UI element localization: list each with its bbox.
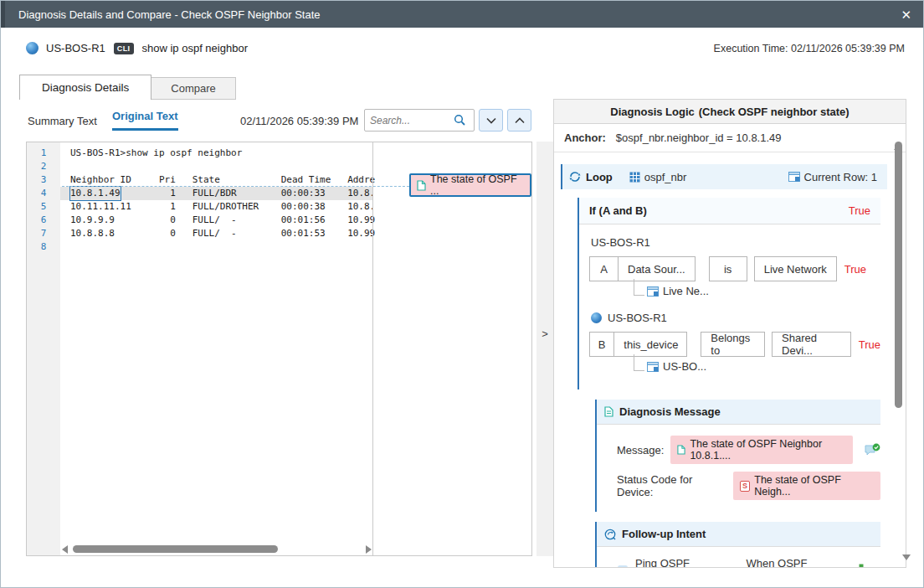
search-input[interactable]	[370, 115, 454, 126]
title-bar: Diagnosis Details and Compare - Check OS…	[1, 1, 923, 28]
current-row-icon	[788, 172, 800, 182]
vertical-scrollbar[interactable]	[894, 130, 903, 560]
diagnosis-annotation-callout[interactable]: The state of OSPF ...	[409, 173, 531, 197]
intent-icon	[617, 565, 629, 568]
condition-operator[interactable]: is	[709, 256, 747, 281]
code-line: 10.8.8.8 0 FULL/ - 00:01:53 10.99	[60, 227, 531, 240]
status-chip-text: The state of OSPF Neigh...	[754, 474, 874, 498]
find-previous-button[interactable]	[507, 109, 531, 132]
map-intent-icon[interactable]	[855, 564, 868, 568]
close-icon[interactable]: ✕	[901, 8, 911, 21]
anchor-label: Anchor:	[564, 132, 606, 144]
follow-up-intent-header: Follow-up Intent	[597, 522, 880, 547]
vertical-scroll-thumb[interactable]	[895, 142, 902, 408]
status-code-chip[interactable]: S The state of OSPF Neigh...	[733, 472, 880, 500]
expand-panel-chevron[interactable]: >	[536, 328, 553, 340]
condition-child-node[interactable]: US-BO...	[634, 357, 880, 376]
diagnosis-message-title: Diagnosis Message	[619, 405, 721, 418]
diagnosis-message-body: Message: The state of OSPF Neighbor 10.8…	[597, 425, 880, 512]
diagnosis-message-header: Diagnosis Message	[597, 400, 880, 425]
condition-device-row: US-BOS-R1	[591, 312, 880, 324]
condition-variable[interactable]: this_device	[613, 332, 687, 357]
status-code-icon: S	[740, 481, 750, 492]
tree-connector	[634, 354, 644, 371]
code-line: 10.11.11.11 1 FULL/DROTHER 00:00:38 10.8…	[60, 200, 531, 214]
data-node-icon	[647, 286, 659, 297]
status-code-label: Status Code for Device:	[617, 473, 726, 498]
line-number: 5	[27, 200, 60, 214]
chevron-down-icon	[486, 117, 496, 124]
line-number: 4	[27, 187, 60, 200]
find-next-button[interactable]	[479, 109, 503, 132]
condition-row-b: B this_device Belongs to Shared Devi... …	[589, 332, 880, 357]
intent-trigger: When OSPF Neighbo...	[746, 557, 848, 567]
loop-icon	[569, 171, 581, 183]
dialog-title: Diagnosis Details and Compare - Check OS…	[18, 8, 321, 21]
device-name: US-BOS-R1	[46, 42, 105, 54]
message-label: Message:	[617, 444, 664, 456]
if-result-badge: True	[849, 204, 870, 217]
condition-letter[interactable]: B	[589, 332, 614, 357]
device-command-row: US-BOS-R1 CLI show ip ospf neighbor Exec…	[26, 42, 905, 54]
main-tabs: Diagnosis Details Compare	[19, 75, 236, 100]
follow-up-intent-section: Follow-up Intent Ping OSPF Neigbhors Whe…	[595, 522, 880, 567]
line-number: 8	[27, 240, 60, 254]
tab-compare[interactable]: Compare	[151, 77, 235, 100]
scroll-down-arrow[interactable]	[902, 554, 911, 560]
if-header: If (A and B) True	[579, 198, 880, 224]
code-line	[60, 240, 531, 254]
logic-header-title: Diagnosis Logic	[610, 106, 694, 118]
loop-label: Loop	[586, 171, 613, 183]
code-line	[60, 160, 531, 173]
tab-summary-text[interactable]: Summary Text	[28, 115, 97, 127]
status-code-row: Status Code for Device: S The state of O…	[617, 472, 880, 500]
condition-letter[interactable]: A	[589, 256, 619, 281]
tree-connector	[634, 279, 644, 296]
command-text: show ip ospf neighbor	[142, 42, 248, 54]
document-icon	[417, 180, 426, 191]
search-icon[interactable]	[454, 114, 466, 126]
line-number-gutter: 1 2 3 4 5 6 7 8	[27, 142, 60, 555]
document-icon	[677, 445, 685, 455]
horizontal-scrollbar[interactable]	[62, 544, 372, 554]
message-chip[interactable]: The state of OSPF Neighbor 10.8.1....	[670, 436, 853, 464]
follow-up-intent-row[interactable]: Ping OSPF Neigbhors When OSPF Neighbo...	[617, 557, 868, 567]
condition-result: True	[844, 263, 866, 276]
line-number: 7	[27, 227, 60, 240]
condition-child-label: Live Ne...	[663, 285, 709, 297]
scroll-right-arrow[interactable]	[366, 545, 372, 554]
message-row: Message: The state of OSPF Neighbor 10.8…	[617, 436, 880, 464]
data-node-icon	[647, 362, 659, 372]
horizontal-scroll-thumb[interactable]	[73, 545, 278, 553]
tab-original-text[interactable]: Original Text	[112, 110, 178, 131]
code-line-highlighted: 10.8.1.49 1 FULL/BDR 00:00:33 10.8.	[60, 187, 372, 200]
capture-timestamp: 02/11/2026 05:39:39 PM	[240, 115, 358, 127]
device-icon	[591, 312, 602, 323]
loop-table-link[interactable]: ospf_nbr	[629, 171, 687, 183]
anchor-value: $ospf_nbr.neighbor_id = 10.8.1.49	[616, 132, 782, 144]
code-line-rest: 1 FULL/BDR 00:00:33 10.8.	[121, 188, 376, 199]
document-icon	[604, 406, 613, 417]
anchor-row: Anchor: $ospf_nbr.neighbor_id = 10.8.1.4…	[554, 124, 906, 152]
callout-text: The state of OSPF ...	[430, 173, 524, 197]
scroll-left-arrow[interactable]	[62, 545, 68, 554]
if-condition-block: If (A and B) True US-BOS-R1 A Data Sour.…	[578, 198, 880, 389]
message-verified-icon[interactable]	[865, 443, 880, 456]
search-box[interactable]	[364, 109, 475, 132]
condition-child-node[interactable]: Live Ne...	[634, 281, 880, 301]
loop-table-name: ospf_nbr	[644, 171, 687, 183]
condition-result: True	[859, 338, 880, 351]
condition-variable[interactable]: Data Sour...	[618, 256, 696, 281]
intent-name: Ping OSPF Neigbhors	[635, 557, 731, 567]
execution-time: Execution Time: 02/11/2026 05:39:39 PM	[714, 43, 905, 54]
if-body: US-BOS-R1 A Data Sour... is Live Network…	[579, 224, 880, 389]
cli-badge: CLI	[114, 43, 134, 54]
condition-operator[interactable]: Belongs to	[701, 332, 765, 357]
tab-diagnosis-details[interactable]: Diagnosis Details	[19, 75, 151, 100]
line-number: 3	[27, 173, 60, 187]
condition-row-a: A Data Sour... is Live Network True	[589, 256, 880, 281]
condition-device-label: US-BOS-R1	[608, 312, 667, 324]
panel-divider	[372, 142, 373, 555]
condition-value[interactable]: Shared Devi...	[772, 332, 851, 357]
condition-value[interactable]: Live Network	[754, 256, 837, 281]
